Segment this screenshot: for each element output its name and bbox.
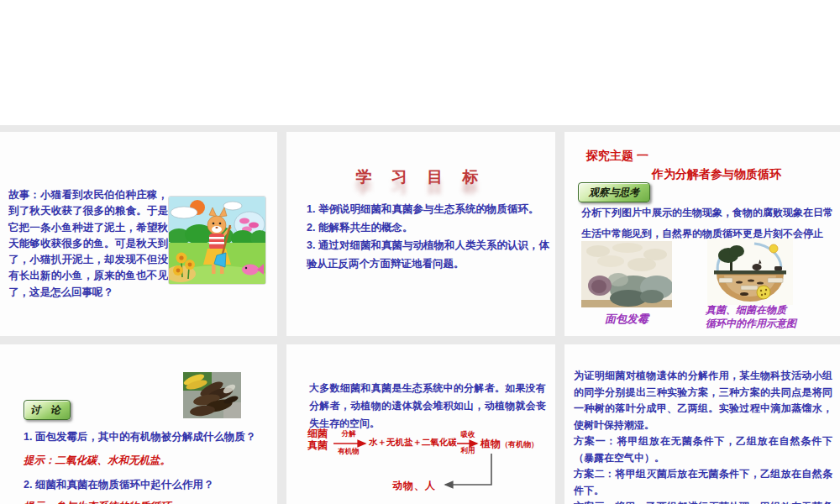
experiment-plan-1: 方案一：将甲组放在无菌条件下，乙组放在自然条件下（暴露在空气中）。 bbox=[574, 433, 832, 466]
discussion-button[interactable]: 讨 论 bbox=[24, 400, 71, 420]
material-cycle-schematic bbox=[707, 239, 793, 305]
objective-item: 3. 通过对细菌和真菌与动植物和人类关系的认识，体验从正反两个方面辩证地看问题。 bbox=[307, 237, 552, 273]
slide-2-panel: 学 习 目 标 1. 举例说明细菌和真菌参与生态系统的物质循环。 2. 能解释共… bbox=[286, 132, 555, 336]
gutter-horizontal-top bbox=[0, 125, 840, 132]
discussion-hint-2: 提示：参与生态系统的物质循环 bbox=[24, 500, 171, 504]
decomposer-body-text: 大多数细菌和真菌是生态系统中的分解者。如果没有分解者，动植物的遗体就会堆积如山，… bbox=[309, 380, 546, 433]
learning-objectives-title: 学 习 目 标 bbox=[286, 166, 555, 188]
bananas-image bbox=[183, 372, 241, 418]
discussion-hint-1: 提示：二氧化碳、水和无机盐。 bbox=[24, 454, 171, 468]
discussion-question-2: 2. 细菌和真菌在物质循环中起什么作用？ bbox=[24, 478, 213, 492]
diagram-arrow2-label-top: 吸收 bbox=[456, 430, 480, 440]
slide-1-panel: 故事：小猫看到农民伯伯种庄稼，到了秋天收获了很多的粮食。于是它把一条小鱼种进了泥… bbox=[0, 132, 277, 336]
bread-caption: 面包发霉 bbox=[581, 312, 672, 327]
slide-5-panel: 大多数细菌和真菌是生态系统中的分解者。如果没有分解者，动植物的遗体就会堆积如山，… bbox=[286, 344, 555, 504]
experiment-text: 为证明细菌对植物遗体的分解作用，某生物科技活动小组的同学分别提出三种实验方案，三… bbox=[574, 368, 832, 504]
handout-page: 故事：小猫看到农民伯伯种庄稼，到了秋天收获了很多的粮食。于是它把一条小鱼种进了泥… bbox=[0, 0, 840, 504]
objective-item: 1. 举例说明细菌和真菌参与生态系统的物质循环。 bbox=[307, 201, 552, 219]
observe-think-button[interactable]: 观察与思考 bbox=[578, 182, 650, 202]
cycle-caption: 真菌、细菌在物质 循环中的作用示意图 bbox=[706, 303, 823, 330]
objectives-list: 1. 举例说明细菌和真菌参与生态系统的物质循环。 2. 能解释共生的概念。 3.… bbox=[307, 201, 552, 273]
objective-item: 2. 能解释共生的概念。 bbox=[307, 219, 552, 238]
gutter-horizontal-middle bbox=[0, 336, 840, 344]
slide-6-panel: 为证明细菌对植物遗体的分解作用，某生物科技活动小组的同学分别提出三种实验方案，三… bbox=[564, 344, 840, 504]
gutter-vertical-left bbox=[277, 125, 286, 504]
experiment-plan-3: 方案三：将甲、乙两组都进行灭菌处理，甲组放在无菌条件 bbox=[574, 499, 832, 504]
cat-planting-fish-cartoon bbox=[168, 196, 266, 285]
moldy-bread-photo bbox=[581, 241, 672, 307]
story-text: 故事：小猫看到农民伯伯种庄稼，到了秋天收获了很多的粮食。于是它把一条小鱼种进了泥… bbox=[8, 187, 168, 301]
rotten-bananas-photo bbox=[183, 372, 241, 418]
cycle-diagram-image bbox=[707, 239, 793, 305]
diagram-arrow2-label-bottom: 利用 bbox=[456, 446, 480, 456]
diagram-arrow1-label-top: 分解 bbox=[330, 429, 367, 439]
topic-label: 探究主题 一 bbox=[586, 149, 648, 164]
plant-label: 植物 bbox=[480, 438, 501, 449]
cartoon-illustration bbox=[169, 197, 265, 284]
cycle-caption-line2: 循环中的作用示意图 bbox=[706, 317, 823, 330]
experiment-intro: 为证明细菌对植物遗体的分解作用，某生物科技活动小组的同学分别提出三种实验方案，三… bbox=[574, 368, 832, 433]
gutter-vertical-right bbox=[555, 125, 564, 504]
experiment-plan-2: 方案二：将甲组灭菌后放在无菌条件下，乙组放在自然条件下。 bbox=[574, 466, 832, 499]
discussion-question-1: 1. 面包发霉后，其中的有机物被分解成什么物质？ bbox=[24, 430, 255, 444]
diagram-products: 水＋无机盐＋二氧化碳 bbox=[369, 437, 457, 449]
slide-3-panel: 探究主题 一 作为分解者参与物质循环 观察与思考 分析下列图片中展示的生物现象，… bbox=[564, 132, 840, 336]
topic-title: 作为分解者参与物质循环 bbox=[652, 167, 781, 182]
diagram-source-line1: 细菌 bbox=[303, 428, 332, 439]
slide-4-panel: 讨 论 1. 面包发霉后，其中的有机物被分解成什么物质？ 提示：二氧化碳、水和无… bbox=[0, 344, 277, 504]
cycle-caption-line1: 真菌、细菌在物质 bbox=[706, 303, 823, 317]
moldy-bread-image bbox=[581, 241, 672, 307]
diagram-plant: 植物（有机物） bbox=[480, 437, 538, 451]
plant-note: （有机物） bbox=[501, 440, 538, 449]
diagram-consumers: 动物、人 bbox=[392, 479, 436, 493]
diagram-arrow1-label-bottom: 有机物 bbox=[327, 447, 370, 457]
